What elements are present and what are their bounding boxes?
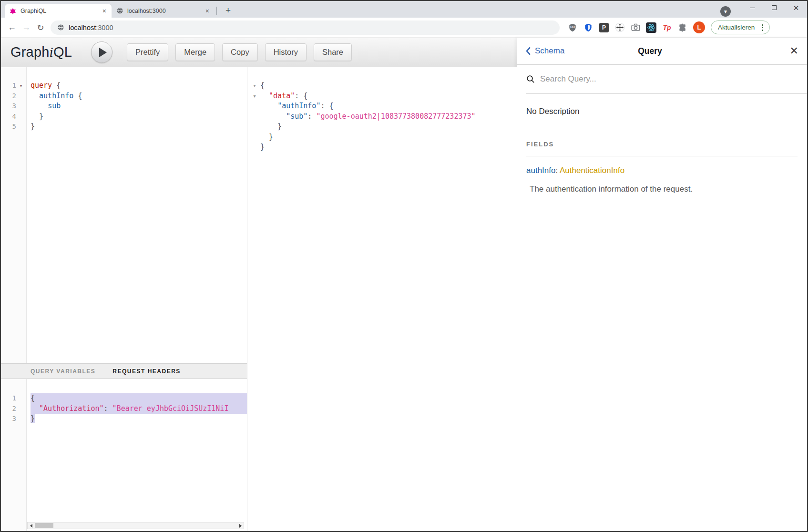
secondary-editor-titlebar: QUERY VARIABLES REQUEST HEADERS	[1, 363, 247, 379]
scroll-right-icon[interactable]	[237, 522, 244, 529]
scrollbar-thumb[interactable]	[35, 523, 53, 528]
doc-close-icon[interactable]: ✕	[790, 46, 798, 56]
tab-request-headers[interactable]: REQUEST HEADERS	[113, 368, 181, 375]
minimize-button[interactable]	[741, 1, 763, 14]
copy-button[interactable]: Copy	[222, 43, 258, 61]
query-editor[interactable]: 1▾ 2 3 4 5 query { authInfo { sub } }	[1, 67, 247, 363]
url-text: localhost:3000	[69, 24, 113, 31]
move-cross-extension-icon[interactable]	[614, 22, 625, 33]
scrollbar-track[interactable]	[34, 522, 237, 529]
doc-title: Query	[517, 46, 783, 56]
doc-explorer-header: Query Schema ✕	[517, 38, 807, 65]
tab-localhost[interactable]: localhost:3000 ×	[112, 4, 215, 18]
graphiql-favicon-icon	[10, 7, 17, 14]
search-icon	[526, 75, 535, 83]
fold-arrow-icon[interactable]: ▾	[16, 81, 26, 91]
maximize-button[interactable]	[763, 1, 785, 14]
close-window-button[interactable]: ✕	[785, 1, 807, 14]
globe-favicon-icon	[116, 7, 123, 14]
field-name-link[interactable]: authInfo	[526, 166, 555, 175]
tab-search-chevron-icon[interactable]: ▼	[720, 6, 731, 17]
fields-heading: FIELDS	[526, 141, 798, 148]
forward-icon[interactable]: →	[19, 20, 33, 35]
fold-arrow-icon[interactable]: ▾	[251, 91, 258, 102]
query-code[interactable]: query { authInfo { sub } }	[27, 67, 247, 363]
browser-menu-kebab-icon[interactable]	[759, 22, 766, 33]
tab-strip: GraphiQL × localhost:3000 × + ▼ ✕	[1, 1, 807, 18]
result-pane: ▾ ▾ { "data": { "authInfo": { "sub": "go…	[247, 67, 517, 531]
site-globe-icon	[57, 24, 64, 31]
browser-toolbar: ← → ↻ localhost:3000 UD P	[1, 18, 807, 38]
extension-icons: UD P Tp L	[567, 21, 705, 33]
play-icon	[99, 48, 107, 57]
field-description: The authentication information of the re…	[526, 184, 798, 194]
merge-button[interactable]: Merge	[175, 43, 215, 61]
ud-shield-extension-icon[interactable]: UD	[567, 22, 578, 33]
tab-divider	[216, 7, 217, 15]
execute-query-button[interactable]	[91, 41, 113, 63]
fields-divider	[526, 156, 798, 156]
new-tab-button[interactable]: +	[223, 5, 234, 16]
tab-title: GraphiQL	[20, 8, 101, 14]
graphiql-toolbar-buttons: Prettify Merge Copy History Share	[127, 43, 352, 61]
update-browser-button[interactable]: Aktualisieren	[711, 20, 770, 34]
extensions-puzzle-icon[interactable]	[677, 22, 688, 33]
tab-close-icon[interactable]: ×	[204, 7, 211, 15]
result-fold-gutter: ▾ ▾	[251, 81, 258, 101]
graphiql-topbar: GraphiQL Prettify Merge Copy History Sha…	[1, 38, 517, 67]
window-controls: ✕	[741, 1, 807, 14]
p-extension-icon[interactable]: P	[599, 22, 609, 33]
history-button[interactable]: History	[265, 43, 307, 61]
update-button-label: Aktualisieren	[718, 24, 755, 31]
profile-avatar[interactable]: L	[693, 21, 705, 33]
doc-explorer-panel: Query Schema ✕ No Description FIELDS aut…	[517, 38, 807, 531]
tab-title: localhost:3000	[127, 8, 204, 14]
tab-query-variables[interactable]: QUERY VARIABLES	[31, 368, 95, 375]
type-description: No Description	[526, 107, 798, 116]
prettify-button[interactable]: Prettify	[127, 43, 168, 61]
doc-search-input[interactable]	[540, 74, 731, 84]
back-icon[interactable]: ←	[5, 20, 19, 35]
fold-arrow-icon[interactable]: ▾	[251, 81, 258, 91]
scroll-left-icon[interactable]	[28, 522, 34, 529]
camera-extension-icon[interactable]	[630, 22, 641, 33]
query-editor-gutter: 1▾ 2 3 4 5	[1, 67, 27, 363]
tab-close-icon[interactable]: ×	[101, 7, 108, 15]
result-json: { "data": { "authInfo": { "sub": "google…	[260, 81, 517, 153]
headers-editor-gutter: 1 2 3	[1, 379, 27, 531]
doc-search-box	[526, 65, 807, 94]
editor-column: 1▾ 2 3 4 5 query { authInfo { sub } }	[1, 67, 247, 531]
bitwarden-shield-extension-icon[interactable]	[583, 22, 593, 33]
share-button[interactable]: Share	[314, 43, 352, 61]
graphiql-logo: GraphiQL	[10, 44, 72, 60]
address-bar[interactable]: localhost:3000	[51, 20, 560, 35]
tab-graphiql[interactable]: GraphiQL ×	[5, 4, 112, 18]
tampermonkey-extension-icon[interactable]: Tp	[662, 22, 672, 33]
reload-icon[interactable]: ↻	[33, 20, 48, 35]
field-row-authinfo: authInfo: AuthenticationInfo	[526, 166, 798, 175]
doc-content: No Description FIELDS authInfo: Authenti…	[517, 94, 807, 194]
request-headers-editor[interactable]: 1 2 3 { "Authorization": "Bearer eyJhbGc…	[1, 379, 247, 531]
browser-window: GraphiQL × localhost:3000 × + ▼ ✕ ← → ↻ …	[0, 0, 808, 532]
headers-code[interactable]: { "Authorization": "Bearer eyJhbGciOiJSU…	[27, 379, 247, 531]
horizontal-scrollbar[interactable]	[27, 522, 244, 529]
react-devtools-extension-icon[interactable]	[646, 22, 656, 33]
field-type-link[interactable]: AuthenticationInfo	[560, 166, 624, 175]
